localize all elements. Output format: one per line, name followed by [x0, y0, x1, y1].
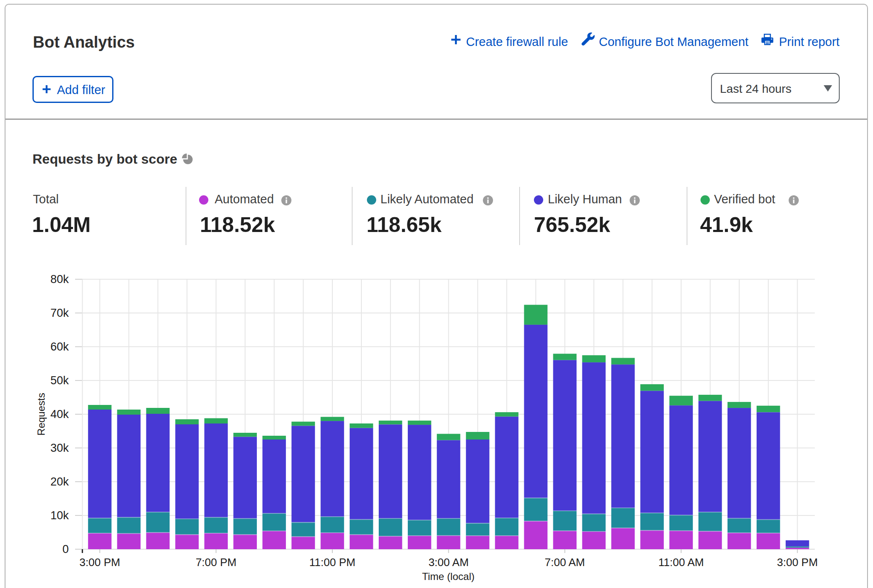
svg-text:10k: 10k	[50, 509, 69, 522]
svg-text:50k: 50k	[50, 374, 69, 387]
svg-text:Time (local): Time (local)	[422, 571, 474, 582]
svg-text:7:00 AM: 7:00 AM	[545, 556, 585, 569]
svg-text:11:00 PM: 11:00 PM	[309, 556, 355, 569]
svg-text:70k: 70k	[50, 307, 69, 319]
svg-text:Requests: Requests	[35, 393, 47, 435]
svg-text:11:00 AM: 11:00 AM	[658, 556, 704, 569]
svg-text:40k: 40k	[50, 408, 69, 421]
svg-text:20k: 20k	[50, 475, 69, 488]
svg-text:3:00 PM: 3:00 PM	[79, 556, 120, 569]
svg-text:60k: 60k	[50, 340, 69, 353]
svg-text:0: 0	[62, 543, 69, 556]
svg-text:3:00 AM: 3:00 AM	[428, 556, 469, 569]
svg-text:80k: 80k	[50, 273, 69, 286]
svg-text:3:00 PM: 3:00 PM	[777, 556, 818, 569]
svg-text:30k: 30k	[50, 442, 69, 454]
svg-text:7:00 PM: 7:00 PM	[196, 556, 237, 569]
